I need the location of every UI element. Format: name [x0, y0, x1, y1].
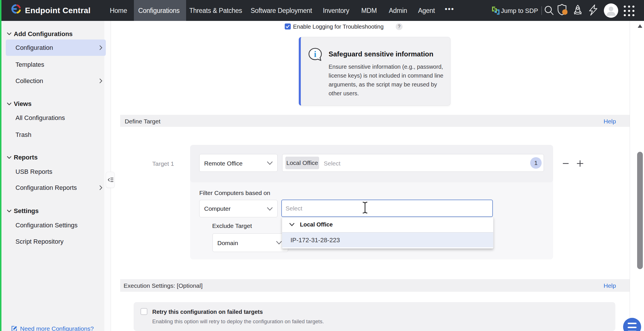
svg-text:i: i: [314, 49, 316, 59]
